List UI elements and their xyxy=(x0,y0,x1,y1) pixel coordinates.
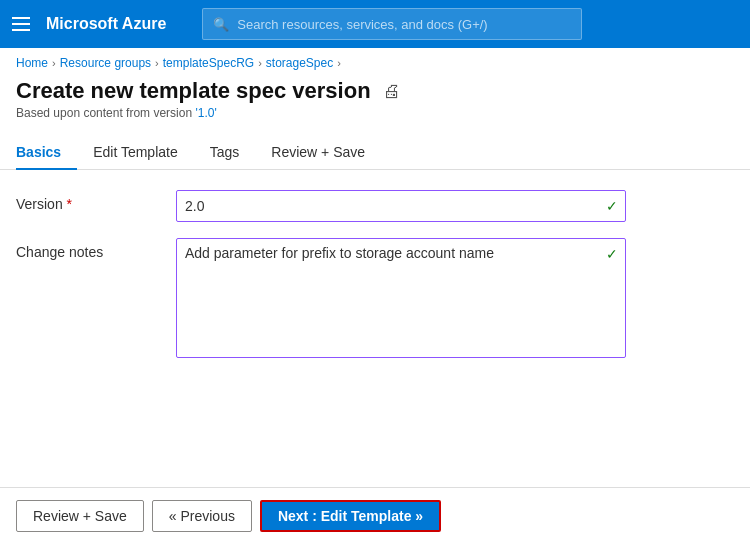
search-icon: 🔍 xyxy=(213,17,229,32)
required-star: * xyxy=(67,196,72,212)
tab-tags[interactable]: Tags xyxy=(194,136,256,170)
version-input[interactable] xyxy=(176,190,626,222)
change-notes-wrap: Add parameter for prefix to storage acco… xyxy=(176,238,626,361)
breadcrumb-resource-groups[interactable]: Resource groups xyxy=(60,56,151,70)
breadcrumb-sep-3: › xyxy=(258,57,262,69)
global-search[interactable]: 🔍 xyxy=(202,8,582,40)
page-header: Create new template spec version 🖨 Based… xyxy=(0,74,750,128)
version-label: Version * xyxy=(16,190,176,212)
change-notes-row: Change notes Add parameter for prefix to… xyxy=(16,238,734,361)
change-notes-label: Change notes xyxy=(16,238,176,260)
version-input-wrap: ✓ xyxy=(176,190,626,222)
hamburger-menu[interactable] xyxy=(12,17,30,31)
footer: Review + Save « Previous Next : Edit Tem… xyxy=(0,487,750,544)
review-save-button[interactable]: Review + Save xyxy=(16,500,144,532)
page-subtitle: Based upon content from version '1.0' xyxy=(16,106,734,120)
breadcrumb-sep-2: › xyxy=(155,57,159,69)
previous-button[interactable]: « Previous xyxy=(152,500,252,532)
breadcrumb-template-spec-rg[interactable]: templateSpecRG xyxy=(163,56,254,70)
version-check-icon: ✓ xyxy=(606,198,618,214)
change-notes-textarea[interactable]: Add parameter for prefix to storage acco… xyxy=(176,238,626,358)
breadcrumb-sep-1: › xyxy=(52,57,56,69)
version-ref: '1.0' xyxy=(195,106,216,120)
version-row: Version * ✓ xyxy=(16,190,734,222)
form-content: Version * ✓ Change notes Add parameter f… xyxy=(0,170,750,487)
change-notes-check-icon: ✓ xyxy=(606,246,618,262)
tab-edit-template[interactable]: Edit Template xyxy=(77,136,194,170)
page-title: Create new template spec version xyxy=(16,78,371,104)
next-button[interactable]: Next : Edit Template » xyxy=(260,500,441,532)
app-title: Microsoft Azure xyxy=(46,15,166,33)
tab-review-save[interactable]: Review + Save xyxy=(255,136,381,170)
breadcrumb-storage-spec[interactable]: storageSpec xyxy=(266,56,333,70)
tab-basics[interactable]: Basics xyxy=(16,136,77,170)
navbar: Microsoft Azure 🔍 xyxy=(0,0,750,48)
breadcrumb-sep-4: › xyxy=(337,57,341,69)
search-input[interactable] xyxy=(237,17,571,32)
breadcrumb: Home › Resource groups › templateSpecRG … xyxy=(0,48,750,74)
print-icon[interactable]: 🖨 xyxy=(383,81,401,102)
breadcrumb-home[interactable]: Home xyxy=(16,56,48,70)
tab-bar: Basics Edit Template Tags Review + Save xyxy=(0,136,750,170)
